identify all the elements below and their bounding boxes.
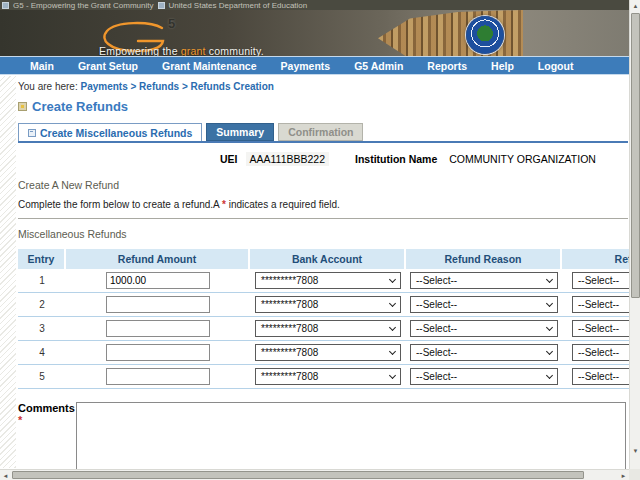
institution-identity: UEI AAA111BBB222 Institution Name COMMUN… [220, 152, 640, 166]
main-nav-bar: Main Grant Setup Grant Maintenance Payme… [0, 57, 640, 75]
tab-underline [18, 141, 628, 143]
header-entry: Entry [18, 249, 66, 269]
page-title: Create Refunds [18, 99, 640, 114]
g5-banner: 5 Empowering the grant community. [0, 10, 640, 57]
breadcrumb-links[interactable]: Payments > Refunds > Refunds Creation [80, 81, 273, 92]
required-asterisk: * [18, 414, 76, 426]
header-refund-reason: Refund Reason [406, 249, 562, 269]
scroll-right-arrow-icon[interactable]: ► [618, 470, 629, 480]
nav-item-main[interactable]: Main [18, 60, 66, 72]
refund-reason-select[interactable]: --Select-- [410, 368, 558, 385]
bank-account-select[interactable]: *********7808 [255, 272, 401, 289]
table-row: 5 *********7808 --Select-- --Select-- [18, 365, 640, 389]
chevron-down-icon [546, 300, 553, 307]
refund-amount-input[interactable] [106, 344, 210, 361]
nav-item-logout[interactable]: Logout [526, 60, 586, 72]
entry-number: 4 [18, 347, 66, 358]
section-divider [18, 218, 628, 219]
bank-account-select[interactable]: *********7808 [255, 368, 401, 385]
scroll-left-arrow-icon[interactable]: ◄ [0, 470, 11, 480]
table-row: 1 *********7808 --Select-- --Select-- [18, 269, 640, 293]
uei-label: UEI [220, 153, 238, 165]
uei-value: AAA111BBB222 [246, 152, 330, 166]
institution-name-value: COMMUNITY ORGANIZATION [445, 152, 600, 166]
table-row: 2 *********7808 --Select-- --Select-- [18, 293, 640, 317]
chevron-down-icon [546, 348, 553, 355]
nav-item-reports[interactable]: Reports [415, 60, 479, 72]
table-row: 3 *********7808 --Select-- --Select-- [18, 317, 640, 341]
vertical-scrollbar[interactable]: ▲ ▼ [629, 0, 640, 469]
chevron-down-icon [389, 276, 396, 283]
breadcrumb: You are here: Payments > Refunds > Refun… [18, 81, 640, 92]
institution-name-label: Institution Name [355, 153, 437, 165]
refund-amount-input[interactable] [106, 296, 210, 313]
comments-label: Comments [18, 402, 76, 414]
g5-favicon-icon [2, 2, 9, 9]
refund-reason-select[interactable]: --Select-- [410, 296, 558, 313]
subsection-title: Miscellaneous Refunds [18, 228, 640, 240]
nav-item-g5-admin[interactable]: G5 Admin [342, 60, 415, 72]
refund-amount-input[interactable] [106, 368, 210, 385]
tab-icon [28, 129, 36, 137]
refunds-table: Entry Refund Amount Bank Account Refund … [18, 249, 640, 389]
window-title-left: G5 - Empowering the Grant Community [13, 1, 154, 10]
header-refund-amount: Refund Amount [66, 249, 250, 269]
header-bank-account: Bank Account [250, 249, 406, 269]
nav-item-help[interactable]: Help [479, 60, 526, 72]
nav-item-grant-setup[interactable]: Grant Setup [66, 60, 150, 72]
chevron-down-icon [546, 276, 553, 283]
refund-reason-select[interactable]: --Select-- [410, 320, 558, 337]
form-instruction: Complete the form below to create a refu… [18, 199, 640, 210]
chevron-down-icon [389, 324, 396, 331]
ed-favicon-icon [158, 2, 165, 9]
entry-number: 5 [18, 371, 66, 382]
horizontal-scrollbar-thumb[interactable] [12, 471, 584, 479]
nav-item-grant-maintenance[interactable]: Grant Maintenance [150, 60, 269, 72]
scrollbar-corner [629, 469, 640, 480]
bank-account-select[interactable]: *********7808 [255, 344, 401, 361]
table-header-row: Entry Refund Amount Bank Account Refund … [18, 249, 640, 269]
tab-confirmation: Confirmation [278, 123, 363, 141]
section-title: Create A New Refund [18, 179, 640, 191]
entry-number: 3 [18, 323, 66, 334]
refund-reason-select[interactable]: --Select-- [410, 344, 558, 361]
chevron-down-icon [389, 348, 396, 355]
banner-tagline: Empowering the grant community. [99, 45, 264, 57]
entry-number: 1 [18, 275, 66, 286]
chevron-down-icon [546, 324, 553, 331]
chevron-down-icon [389, 372, 396, 379]
scroll-up-arrow-icon[interactable]: ▲ [630, 0, 640, 12]
tab-bar: Create Miscellaneous Refunds Summary Con… [18, 123, 640, 141]
required-asterisk: * [222, 199, 226, 210]
department-of-education-seal-icon [466, 16, 504, 54]
chevron-down-icon [546, 372, 553, 379]
breadcrumb-prefix: You are here: [18, 81, 78, 92]
page-title-icon [18, 102, 27, 111]
scroll-down-arrow-icon[interactable]: ▼ [630, 445, 640, 457]
horizontal-scrollbar[interactable]: ◄ ► [0, 469, 629, 480]
tab-create-miscellaneous-refunds[interactable]: Create Miscellaneous Refunds [18, 123, 202, 141]
refund-amount-input[interactable] [106, 320, 210, 337]
entry-number: 2 [18, 299, 66, 310]
window-title-bar: G5 - Empowering the Grant Community Unit… [0, 0, 640, 10]
refund-reason-select[interactable]: --Select-- [410, 272, 558, 289]
tab-summary[interactable]: Summary [206, 123, 274, 141]
bank-account-select[interactable]: *********7808 [255, 296, 401, 313]
nav-item-payments[interactable]: Payments [269, 60, 343, 72]
g5-logo-number: 5 [168, 16, 175, 31]
refund-amount-input[interactable] [106, 272, 210, 289]
chevron-down-icon [389, 300, 396, 307]
table-row: 4 *********7808 --Select-- --Select-- [18, 341, 640, 365]
vertical-scrollbar-thumb[interactable] [631, 13, 640, 298]
bank-account-select[interactable]: *********7808 [255, 320, 401, 337]
window-title-right: United States Department of Education [169, 1, 308, 10]
